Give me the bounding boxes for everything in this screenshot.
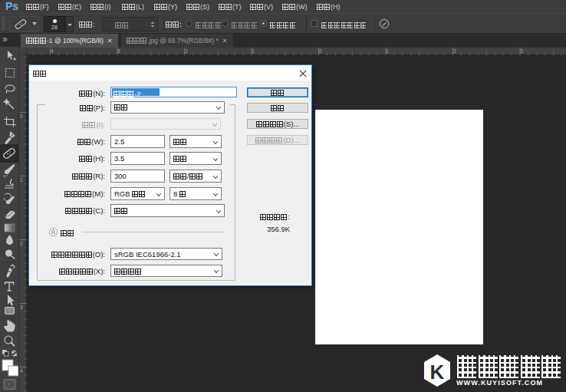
- svg-text:K: K: [430, 361, 445, 384]
